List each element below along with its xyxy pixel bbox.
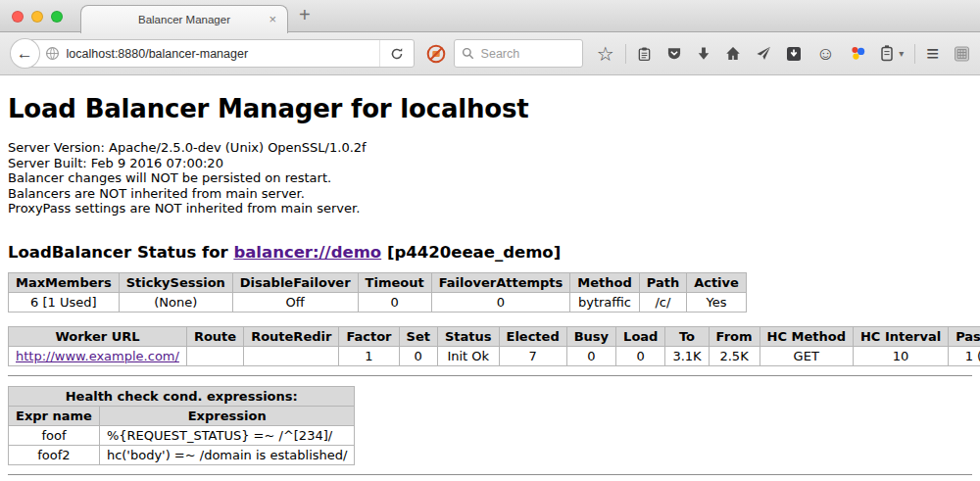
color-dots-extension-icon[interactable] (850, 45, 866, 62)
cell-passes: 1 (0) (949, 346, 980, 365)
minimize-window-button[interactable] (31, 11, 43, 23)
tab-title: Balancer Manager (138, 14, 230, 25)
menu-hamburger-icon[interactable]: ≡ (926, 43, 939, 65)
page-content: Load Balancer Manager for localhost Serv… (0, 94, 980, 476)
cell-to: 3.1K (665, 346, 709, 365)
col-set: Set (399, 326, 437, 346)
col-status: Status (437, 326, 499, 346)
cell-failoverattempts: 0 (431, 292, 570, 312)
page-bottom-divider (8, 474, 972, 476)
search-input[interactable] (479, 46, 572, 62)
video-download-extension-icon[interactable] (786, 46, 802, 62)
reload-icon (390, 47, 404, 61)
window-controls (12, 11, 63, 23)
cell-hc-method: GET (760, 346, 853, 365)
table-row: http://www.example.com/ 1 0 Init Ok 7 0 … (9, 346, 980, 365)
cell-busy: 0 (566, 346, 615, 365)
chevron-down-icon[interactable]: ▾ (899, 48, 904, 59)
balancer-status-heading: LoadBalancer Status for balancer://demo … (8, 243, 972, 262)
worker-url-link[interactable]: http://www.example.com/ (16, 349, 179, 363)
col-maxmembers: MaxMembers (9, 272, 120, 292)
search-icon (462, 47, 474, 60)
downloads-icon[interactable] (697, 46, 710, 61)
new-tab-button[interactable]: + (299, 4, 311, 26)
container-extension-icon[interactable] (881, 45, 893, 62)
zoom-window-button[interactable] (51, 11, 63, 23)
cell-expression: hc('body') =~ /domain is established/ (99, 445, 355, 464)
smiley-extension-icon[interactable]: ☺ (816, 44, 835, 63)
blocked-plugin-icon[interactable] (426, 44, 446, 64)
section-divider (8, 375, 972, 377)
col-to: To (665, 326, 709, 346)
balancer-settings-table: MaxMembers StickySession DisableFailover… (8, 272, 747, 313)
url-text[interactable]: localhost:8880/balancer-manager (67, 47, 372, 61)
title-bar: Balancer Manager × + (0, 0, 980, 32)
col-load: Load (616, 326, 665, 346)
col-timeout: Timeout (358, 272, 431, 292)
col-hc-method: HC Method (760, 326, 853, 346)
cell-hc-interval: 10 (853, 346, 948, 365)
home-icon[interactable] (725, 46, 741, 61)
clipboard-icon[interactable] (637, 46, 652, 62)
server-info: Server Version: Apache/2.5.0-dev (Unix) … (8, 140, 972, 216)
proxypass-note-line: ProxyPass settings are NOT inherited fro… (8, 201, 972, 216)
status-heading-suffix: [p4420eeae_demo] (381, 243, 561, 262)
cell-set: 0 (399, 346, 437, 365)
col-hc-interval: HC Interval (853, 326, 948, 346)
bookmark-star-icon[interactable]: ☆ (597, 44, 614, 64)
worker-status-table: Worker URL Route RouteRedir Factor Set S… (8, 326, 980, 366)
col-elected: Elected (499, 326, 566, 346)
toolbar-divider (914, 44, 915, 64)
col-from: From (709, 326, 760, 346)
inherit-note-line: Balancers are NOT inherited from main se… (8, 186, 972, 202)
send-plane-icon[interactable] (756, 46, 771, 61)
url-bar[interactable]: localhost:8880/balancer-manager (24, 39, 415, 68)
navigation-toolbar: ← localhost:8880/balancer-manager ☆ (0, 32, 980, 75)
balancer-demo-link[interactable]: balancer://demo (233, 243, 381, 262)
pocket-icon[interactable] (666, 46, 682, 61)
persist-note-line: Balancer changes will NOT be persisted o… (8, 170, 972, 186)
col-routeredir: RouteRedir (244, 326, 339, 346)
cell-expr-name: foof2 (9, 445, 100, 464)
table-header-row: Worker URL Route RouteRedir Factor Set S… (9, 326, 980, 346)
cell-timeout: 0 (358, 292, 431, 312)
globe-icon (45, 46, 60, 61)
toolbar-divider (625, 44, 626, 64)
cell-stickysession: (None) (119, 292, 232, 312)
tab-balancer-manager[interactable]: Balancer Manager × (80, 5, 288, 33)
table-header-row: MaxMembers StickySession DisableFailover… (9, 272, 747, 292)
col-disablefailover: DisableFailover (232, 272, 358, 292)
health-table-title: Health check cond. expressions: (9, 386, 355, 406)
cell-path: /c/ (639, 292, 686, 312)
back-button[interactable]: ← (10, 38, 40, 69)
col-active: Active (687, 272, 747, 292)
cell-load: 0 (616, 346, 665, 365)
cell-route (186, 346, 243, 365)
cell-expression: %{REQUEST_STATUS} =~ /^[234]/ (99, 425, 355, 445)
page-title: Load Balancer Manager for localhost (8, 94, 972, 123)
notes-extension-icon[interactable] (954, 46, 970, 62)
col-expr-name: Expr name (9, 406, 100, 425)
table-row: foof2 hc('body') =~ /domain is establish… (9, 445, 355, 464)
col-expression: Expression (99, 406, 355, 425)
col-failoverattempts: FailoverAttempts (431, 272, 570, 292)
col-path: Path (639, 272, 686, 292)
search-bar[interactable] (454, 39, 583, 68)
col-method: Method (570, 272, 639, 292)
cell-disablefailover: Off (232, 292, 358, 312)
cell-from: 2.5K (709, 346, 760, 365)
status-heading-prefix: LoadBalancer Status for (8, 243, 233, 262)
cell-method: bytraffic (570, 292, 639, 312)
col-worker-url: Worker URL (9, 326, 187, 346)
col-passes: Passes (949, 326, 980, 346)
reload-button[interactable] (379, 40, 414, 67)
tab-close-icon[interactable]: × (269, 12, 276, 27)
cell-worker-url: http://www.example.com/ (9, 346, 187, 365)
server-built-line: Server Built: Feb 9 2016 07:00:20 (8, 156, 972, 171)
close-window-button[interactable] (12, 11, 24, 23)
cell-active: Yes (687, 292, 747, 312)
cell-factor: 1 (339, 346, 399, 365)
col-route: Route (186, 326, 243, 346)
cell-status: Init Ok (437, 346, 499, 365)
cell-maxmembers: 6 [1 Used] (9, 292, 120, 312)
